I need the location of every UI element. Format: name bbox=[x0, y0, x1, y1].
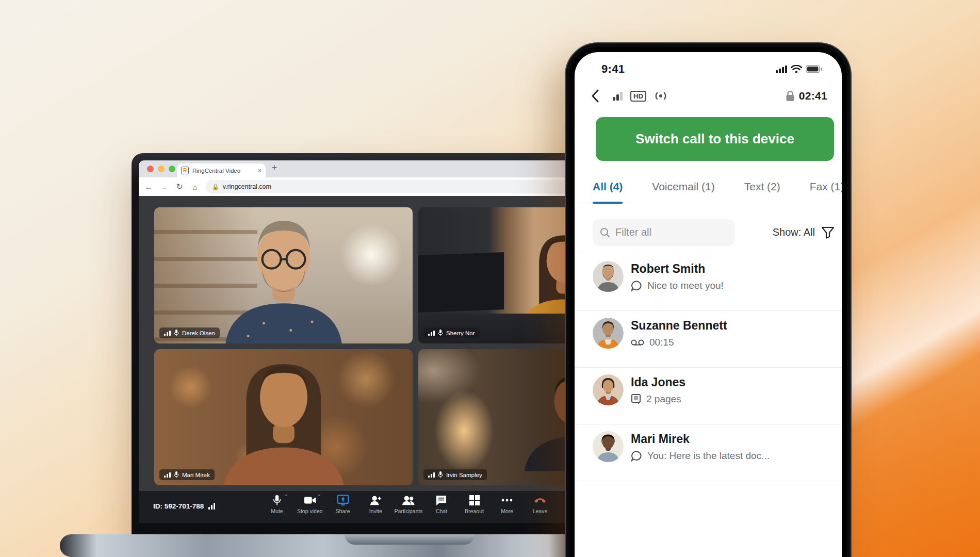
chat-bubble-icon bbox=[631, 451, 642, 462]
phone-mockup: 9:41 HD 02:41 Switch call to this device bbox=[565, 42, 852, 557]
new-tab-button[interactable]: + bbox=[272, 162, 277, 173]
minimize-window-button[interactable] bbox=[158, 166, 165, 172]
participants-icon bbox=[402, 495, 415, 506]
phone-status-bar: 9:41 bbox=[575, 62, 842, 76]
tab-all[interactable]: All (4) bbox=[593, 176, 623, 203]
list-item-mari-mirek[interactable]: Mari Mirek You: Here is the latest doc..… bbox=[575, 424, 842, 481]
phone-bezel: 9:41 HD 02:41 Switch call to this device bbox=[569, 47, 847, 557]
ringcentral-favicon: R bbox=[181, 167, 189, 174]
laptop-base bbox=[60, 534, 586, 557]
control-label: Stop video bbox=[297, 508, 323, 514]
control-label: Leave bbox=[533, 508, 548, 514]
fax-pages-icon bbox=[631, 394, 641, 405]
participant-silhouette bbox=[513, 356, 571, 485]
mic-icon bbox=[438, 330, 443, 336]
zoom-window-button[interactable] bbox=[169, 166, 175, 172]
funnel-filter-icon[interactable] bbox=[821, 226, 835, 239]
video-tile-mari: Mari Mirek bbox=[154, 349, 413, 485]
contact-name: Ida Jones bbox=[631, 375, 685, 389]
mute-options-caret[interactable]: ⌃ bbox=[284, 494, 288, 499]
browser-tab[interactable]: R RingCentral Video × bbox=[177, 163, 266, 177]
meeting-id-text: ID: 592-701-788 bbox=[153, 502, 204, 510]
filter-search-field[interactable] bbox=[593, 219, 735, 246]
https-lock-icon: 🔒 bbox=[212, 184, 219, 190]
meeting-id: ID: 592-701-788 bbox=[153, 502, 215, 510]
avatar bbox=[593, 318, 624, 349]
avatar bbox=[593, 374, 624, 405]
leave-button[interactable]: Leave bbox=[525, 495, 556, 514]
chat-button[interactable]: Chat bbox=[426, 495, 457, 514]
switch-call-button[interactable]: Switch call to this device bbox=[596, 117, 834, 161]
breakout-button[interactable]: Breaout bbox=[459, 495, 490, 514]
list-item-robert-smith[interactable]: Robert Smith Nice to meet you! bbox=[575, 254, 842, 311]
control-label: Breaout bbox=[465, 508, 484, 514]
audio-source-icon[interactable] bbox=[652, 91, 669, 101]
chat-icon bbox=[435, 495, 447, 506]
cellular-signal-icon bbox=[776, 65, 787, 73]
video-options-caret[interactable]: ⌃ bbox=[317, 494, 321, 499]
back-icon[interactable]: ← bbox=[144, 183, 153, 191]
url-text: v.ringcentral.com bbox=[223, 183, 271, 190]
participant-name-label: Irvin Sampley bbox=[423, 469, 487, 480]
invite-button[interactable]: Invite bbox=[360, 495, 391, 514]
video-tile-irvin: Irvin Sampley bbox=[418, 349, 571, 485]
meeting-controls: ⌃ Mute ⌃ Stop video Share bbox=[262, 495, 556, 514]
video-grid: Derek Olsen Sherry Nor bbox=[154, 207, 571, 485]
tab-close-icon[interactable]: × bbox=[258, 167, 262, 174]
tab-fax[interactable]: Fax (1) bbox=[810, 176, 842, 203]
show-filter-label: Show: All bbox=[773, 226, 815, 238]
share-screen-icon bbox=[337, 495, 349, 506]
address-bar[interactable]: 🔒 v.ringcentral.com bbox=[206, 180, 575, 193]
show-filter-control[interactable]: Show: All bbox=[773, 226, 835, 239]
stop-video-button[interactable]: ⌃ Stop video bbox=[295, 495, 325, 514]
tab-text[interactable]: Text (2) bbox=[744, 176, 780, 203]
connection-signal-icon bbox=[428, 472, 435, 478]
message-list: Robert Smith Nice to meet you! Suzanne B… bbox=[575, 254, 842, 481]
list-item-ida-jones[interactable]: Ida Jones 2 pages bbox=[575, 368, 842, 424]
participant-name-label: Mari Mirek bbox=[159, 469, 215, 480]
contact-name: Robert Smith bbox=[631, 262, 724, 276]
mic-icon bbox=[271, 495, 283, 506]
phone-screen: 9:41 HD 02:41 Switch call to this device bbox=[575, 52, 842, 557]
video-meeting-page: Derek Olsen Sherry Nor bbox=[139, 196, 580, 523]
connection-signal-icon bbox=[164, 331, 171, 336]
battery-icon bbox=[806, 65, 822, 73]
list-item-suzanne-bennett[interactable]: Suzanne Bennett 00:15 bbox=[575, 311, 842, 368]
browser-window: R RingCentral Video × + ← → ↻ ⌂ 🔒 v.ring… bbox=[139, 160, 580, 523]
mic-icon bbox=[438, 471, 443, 478]
filter-row: Show: All bbox=[575, 212, 842, 253]
control-label: Participants bbox=[395, 508, 423, 514]
laptop-base-notch bbox=[345, 534, 475, 545]
tab-voicemail[interactable]: Voicemail (1) bbox=[652, 176, 714, 203]
reload-icon[interactable]: ↻ bbox=[175, 182, 184, 191]
participant-silhouette bbox=[201, 357, 366, 485]
more-button[interactable]: More bbox=[492, 495, 522, 514]
chat-bubble-icon bbox=[631, 281, 642, 291]
home-icon[interactable]: ⌂ bbox=[190, 183, 200, 191]
close-window-button[interactable] bbox=[147, 166, 154, 172]
share-button[interactable]: Share bbox=[328, 495, 358, 514]
participants-button[interactable]: Participants bbox=[393, 495, 424, 514]
browser-tab-strip: R RingCentral Video × + bbox=[139, 160, 580, 177]
filter-input[interactable] bbox=[615, 226, 718, 238]
hd-badge: HD bbox=[630, 91, 646, 102]
laptop-mockup: R RingCentral Video × + ← → ↻ ⌂ 🔒 v.ring… bbox=[132, 153, 587, 535]
video-tile-derek: Derek Olsen bbox=[154, 207, 413, 343]
message-preview: 2 pages bbox=[646, 394, 681, 405]
voicemail-icon bbox=[631, 339, 644, 346]
mute-button[interactable]: ⌃ Mute bbox=[262, 495, 292, 514]
connection-signal-icon bbox=[428, 331, 435, 336]
participant-silhouette bbox=[507, 214, 571, 343]
message-preview: Nice to meet you! bbox=[647, 280, 724, 291]
browser-navbar: ← → ↻ ⌂ 🔒 v.ringcentral.com bbox=[139, 177, 580, 196]
control-label: Invite bbox=[369, 508, 382, 514]
message-tabs: All (4) Voicemail (1) Text (2) Fax (1) bbox=[575, 176, 842, 203]
connection-signal-icon bbox=[164, 472, 171, 478]
call-quality-icon bbox=[613, 91, 624, 101]
participant-name: Mari Mirek bbox=[182, 472, 210, 478]
forward-icon[interactable]: → bbox=[159, 183, 169, 191]
participant-name-label: Sherry Nor bbox=[423, 327, 480, 338]
window-controls bbox=[147, 166, 175, 172]
back-chevron-icon[interactable] bbox=[591, 89, 599, 103]
participant-name: Irvin Sampley bbox=[446, 472, 482, 478]
